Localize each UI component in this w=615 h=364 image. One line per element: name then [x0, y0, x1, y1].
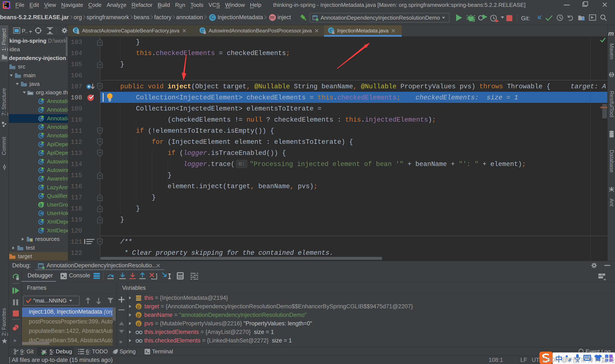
svg-text:p: p: [137, 304, 140, 309]
svg-text:C: C: [478, 14, 483, 22]
svg-text:Git:: Git:: [521, 15, 530, 22]
svg-text:p: p: [137, 321, 140, 326]
svg-text:P..: P..: [22, 28, 28, 34]
svg-text:»: »: [119, 338, 122, 345]
svg-text:p: p: [137, 312, 140, 318]
svg-text:IJ: IJ: [5, 3, 6, 5]
svg-text:»: »: [13, 337, 16, 343]
